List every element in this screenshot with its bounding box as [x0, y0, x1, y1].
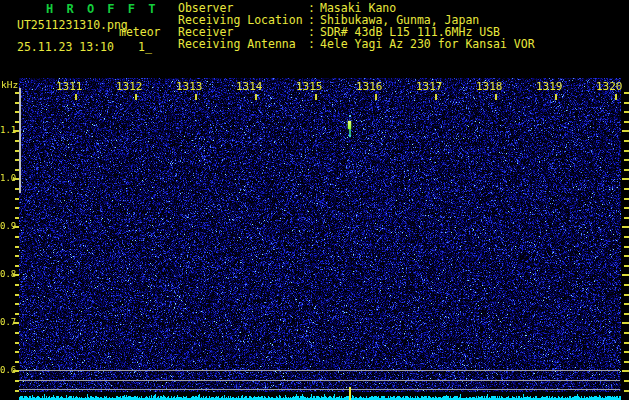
- y-tick-right: [624, 332, 629, 334]
- y-tick-label: 1.1: [0, 125, 14, 135]
- y-tick-right: [624, 380, 629, 382]
- y-tick-right: [624, 351, 629, 353]
- x-tick-label: 1315: [296, 80, 328, 93]
- program-label: meteor: [119, 25, 161, 39]
- y-tick-left: [13, 322, 19, 324]
- y-tick-right: [622, 130, 629, 132]
- y-tick-left: [13, 226, 19, 228]
- y-tick-left: [15, 217, 19, 219]
- x-tick-label: 1318: [476, 80, 508, 93]
- y-tick-left: [15, 246, 19, 248]
- app-title: H R O F F T: [46, 2, 158, 16]
- y-tick-left: [15, 303, 19, 305]
- start-carrier-line: [19, 88, 21, 193]
- info-value: 4ele Yagi Az 230 for Kansai VOR: [320, 37, 535, 51]
- hrofft-screen: H R O F F T UT2511231310.png meteor 25.1…: [0, 0, 629, 400]
- y-tick-right: [624, 150, 629, 152]
- x-tick: [435, 94, 437, 100]
- y-tick-right: [622, 274, 629, 276]
- y-tick-left: [15, 255, 19, 257]
- reference-line-060: [19, 370, 620, 371]
- y-tick-left: [15, 313, 19, 315]
- x-tick-label: 1316: [356, 80, 388, 93]
- meteor-echo: [348, 121, 351, 129]
- y-tick-label: 0.6: [0, 365, 14, 375]
- y-tick-right: [624, 303, 629, 305]
- y-tick-left: [15, 294, 19, 296]
- y-tick-right: [624, 159, 629, 161]
- spectrogram-canvas: [19, 78, 621, 400]
- y-tick-label: 0.7: [0, 317, 14, 327]
- y-tick-right: [624, 246, 629, 248]
- y-axis-unit: kHz: [1, 79, 18, 90]
- x-tick: [555, 94, 557, 100]
- y-tick-label: 0.8: [0, 269, 14, 279]
- y-tick-right: [624, 169, 629, 171]
- y-tick-left: [15, 284, 19, 286]
- y-tick-right: [624, 390, 629, 392]
- meteor-time-marker: [349, 387, 351, 400]
- y-tick-right: [622, 322, 629, 324]
- x-tick: [135, 94, 137, 100]
- y-tick-right: [624, 198, 629, 200]
- y-tick-right: [624, 207, 629, 209]
- x-tick: [75, 94, 77, 100]
- y-tick-right: [624, 361, 629, 363]
- x-tick: [195, 94, 197, 100]
- y-tick-right: [624, 111, 629, 113]
- y-tick-left: [15, 198, 19, 200]
- y-tick-left: [15, 361, 19, 363]
- y-tick-label: 1.0: [0, 173, 14, 183]
- y-tick-left: [13, 274, 19, 276]
- reference-line-058: [19, 380, 620, 381]
- header-info-row: Receiving Antenna:4ele Yagi Az 230 for K…: [178, 38, 535, 50]
- meteor-echo-dot-top: [349, 115, 351, 117]
- y-tick-right: [624, 102, 629, 104]
- reference-line-056: [19, 389, 620, 390]
- y-tick-right: [624, 140, 629, 142]
- y-tick-right: [624, 188, 629, 190]
- meteor-count: 1_: [138, 40, 152, 54]
- y-tick-left: [15, 265, 19, 267]
- y-tick-right: [622, 370, 629, 372]
- y-tick-right: [624, 284, 629, 286]
- y-tick-right: [624, 92, 629, 94]
- y-tick-right: [622, 178, 629, 180]
- y-tick-right: [624, 121, 629, 123]
- y-tick-right: [624, 236, 629, 238]
- y-tick-left: [15, 236, 19, 238]
- y-tick-left: [15, 351, 19, 353]
- y-tick-right: [624, 294, 629, 296]
- info-separator: :: [308, 38, 320, 50]
- y-tick-right: [624, 255, 629, 257]
- x-tick: [615, 94, 617, 100]
- x-tick-label: 1311: [56, 80, 88, 93]
- meteor-echo-dot-bottom: [349, 135, 351, 137]
- x-tick: [375, 94, 377, 100]
- x-tick-label: 1317: [416, 80, 448, 93]
- y-tick-left: [15, 207, 19, 209]
- y-tick-right: [624, 342, 629, 344]
- y-tick-label: 0.9: [0, 221, 14, 231]
- info-label: Receiving Antenna: [178, 38, 308, 50]
- x-tick-label: 1313: [176, 80, 208, 93]
- x-tick-label: 1319: [536, 80, 568, 93]
- y-tick-right: [624, 313, 629, 315]
- observation-datetime: 25.11.23 13:10: [17, 40, 114, 54]
- x-tick-label: 1314: [236, 80, 268, 93]
- y-tick-left: [15, 390, 19, 392]
- x-tick: [315, 94, 317, 100]
- header-info: Observer:Masaki KanoReceiving Location:S…: [178, 2, 535, 50]
- y-tick-right: [624, 265, 629, 267]
- y-tick-right: [622, 226, 629, 228]
- y-tick-left: [15, 342, 19, 344]
- output-filename: UT2511231310.png: [17, 18, 128, 32]
- x-tick: [495, 94, 497, 100]
- x-tick: [255, 94, 257, 100]
- y-tick-right: [624, 217, 629, 219]
- y-tick-left: [15, 332, 19, 334]
- x-tick-label: 1312: [116, 80, 148, 93]
